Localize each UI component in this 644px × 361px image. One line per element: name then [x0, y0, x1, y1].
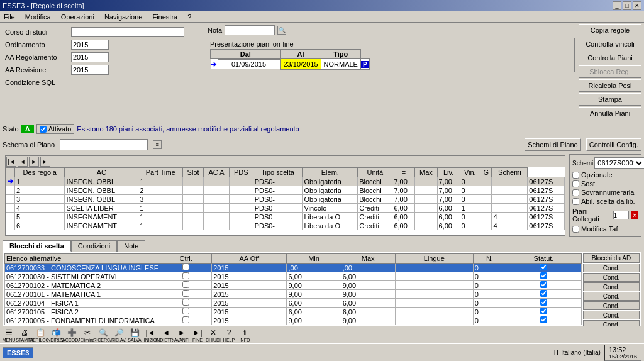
list-item[interactable]: 0612700030 - SISTEMI OPERATIVI 2015 6,00…: [5, 272, 582, 281]
row-elem: Crediti: [358, 204, 392, 213]
schemi-piano-btn[interactable]: Schemi di Piano: [525, 138, 581, 151]
table-row[interactable]: 6 INSEGNAMENT 1 PDS0- Libera da O Credit…: [6, 221, 565, 230]
annulla-piani-btn[interactable]: Annulla Piani: [579, 107, 641, 119]
menu-navigazione[interactable]: Navigazione: [102, 13, 145, 21]
row-elem: Crediti: [358, 213, 392, 221]
tool-accoda[interactable]: ➕ ACCODA: [64, 328, 79, 343]
tool-avanti[interactable]: ► AVANTI: [174, 328, 189, 343]
tool-help[interactable]: ? HELP: [221, 328, 236, 343]
minimize-btn[interactable]: _: [613, 1, 621, 10]
piani-collegati-clear-btn[interactable]: ✕: [631, 211, 639, 219]
tool-ric-av[interactable]: 🔎 RIC.AV.: [111, 328, 126, 343]
abil-scelta-check[interactable]: [572, 198, 579, 205]
schema-icon[interactable]: ≡: [153, 140, 162, 149]
row-ac: 1: [138, 213, 183, 221]
blocchi-min: ,00: [287, 264, 341, 272]
row-aca: [229, 186, 253, 195]
right-buttons: Copia regole Controlla vincoli Controlla…: [579, 24, 641, 119]
nav-first-btn[interactable]: |◄: [6, 157, 16, 167]
cond-button-1[interactable]: Cond.: [583, 273, 640, 282]
list-item[interactable]: 0612700104 - FISICA 1 2015 6,00 6,00 0: [5, 299, 582, 308]
stampa-btn[interactable]: Stampa: [579, 93, 641, 106]
controlli-config-btn[interactable]: Controlli Config.: [586, 138, 641, 151]
blocchi-aa: 2015: [212, 281, 287, 290]
tool-indietro[interactable]: ◄ INDIETRO: [158, 328, 174, 343]
tab-blocchi[interactable]: Blocchi di scelta: [3, 240, 71, 252]
row-parttime: [183, 177, 204, 186]
sost-check[interactable]: [572, 181, 579, 187]
ricalcola-pesi-btn[interactable]: Ricalcola Pesi: [579, 79, 641, 92]
copia-regole-btn[interactable]: Copia regole: [579, 24, 641, 36]
nav-last-btn[interactable]: ►|: [40, 157, 50, 167]
modifica-taf-check[interactable]: [572, 226, 579, 233]
blocchi-min: 6,00: [287, 299, 341, 308]
opzionale-check[interactable]: [572, 172, 579, 179]
col-eq: =: [392, 168, 415, 177]
stato-row: Stato A Attivato Esistono 180 piani asso…: [0, 123, 644, 135]
ordinamento-input[interactable]: [71, 40, 109, 50]
tool-menu[interactable]: ☰ MENU: [1, 328, 16, 343]
tool-fine[interactable]: ►| FINE: [190, 328, 205, 343]
nav-prev-btn[interactable]: ◄: [18, 157, 28, 167]
row-elem: Blocchi: [358, 195, 392, 204]
blocchi-ad-header: Blocchi da AD: [583, 253, 640, 263]
schemi-select[interactable]: 06127S0001: [594, 157, 644, 169]
cond-button-4[interactable]: Cond.: [583, 301, 640, 310]
nota-input[interactable]: [225, 25, 275, 35]
aa-regolamento-input[interactable]: [71, 52, 109, 62]
table-row[interactable]: 3 INSEGN. OBBL 3 PDS0- Obbligatoria Bloc…: [6, 195, 565, 204]
nota-icon[interactable]: 🔍: [277, 26, 286, 35]
sblocca-reg-btn[interactable]: Sblocca Reg.: [579, 65, 641, 78]
corso-studi-input[interactable]: [71, 27, 184, 37]
blocchi-alt: 0612700104 - FISICA 1: [5, 299, 160, 308]
tool-chiudi[interactable]: ✕ CHIUDI: [206, 328, 221, 343]
row-g: 4: [492, 213, 528, 221]
blocchi-aa: 2015: [212, 290, 287, 299]
table-row[interactable]: 2 INSEGN. OBBL 2 PDS0- Obbligatoria Bloc…: [6, 186, 565, 195]
close-btn[interactable]: ✕: [633, 1, 641, 10]
blocchi-ctrl: [160, 308, 212, 316]
list-item[interactable]: 0612700101 - MATEMATICA 1 2015 9,00 9,00…: [5, 290, 582, 299]
sovrannumeraria-check[interactable]: [572, 189, 579, 196]
maximize-btn[interactable]: □: [623, 1, 631, 10]
row-parttime: [183, 213, 204, 221]
piani-collegati-input[interactable]: [613, 211, 629, 219]
cond-button-5[interactable]: Cond.: [583, 311, 640, 319]
tool-indirizzi[interactable]: 📬 INDIRIZZI: [48, 328, 64, 343]
blocchi-n: 0: [473, 272, 506, 281]
menu-help[interactable]: ?: [185, 13, 194, 21]
list-item[interactable]: 0612700102 - MATEMATICA 2 2015 9,00 9,00…: [5, 281, 582, 290]
cond-button-2[interactable]: Cond.: [583, 282, 640, 291]
tool-ricerca[interactable]: 🔍 RICERCA: [96, 328, 111, 343]
attivato-checkbox[interactable]: [40, 126, 47, 133]
menu-operazioni[interactable]: Operazioni: [58, 13, 97, 21]
list-item[interactable]: 0612700105 - FISICA 2 2015 6,00 6,00 0: [5, 308, 582, 316]
tool-info[interactable]: ℹ INFO: [237, 328, 252, 343]
list-item[interactable]: 0612700005 - FONDAMENTI DI INFORMATICA 2…: [5, 316, 582, 325]
menu-file[interactable]: File: [1, 13, 18, 21]
aa-revisione-row: AA Revisione: [5, 64, 201, 75]
table-row[interactable]: 5 INSEGNAMENT 1 PDS0- Libera da O Credit…: [6, 213, 565, 221]
aa-revisione-input[interactable]: [71, 65, 109, 75]
table-row[interactable]: ➔ 1 INSEGN. OBBL 1 PDS0- Obbligatoria Bl…: [6, 177, 565, 186]
cond-button-0[interactable]: Cond.: [583, 264, 640, 272]
controlla-vincoli-btn[interactable]: Controlla vincoli: [579, 38, 641, 50]
menu-bar: File Modifica Operazioni Navigazione Fin…: [0, 11, 644, 23]
menu-modifica[interactable]: Modifica: [23, 13, 53, 21]
controlla-piani-btn[interactable]: Controlla Piani: [579, 52, 641, 64]
schema-piano-input[interactable]: [60, 139, 148, 150]
tab-condizioni[interactable]: Condizioni: [71, 240, 117, 252]
p-button[interactable]: P: [361, 61, 369, 68]
blocchi-statut: [506, 316, 581, 325]
row-elem: Blocchi: [358, 186, 392, 195]
tab-note[interactable]: Note: [117, 240, 145, 252]
table-row[interactable]: 4 SCELTA LIBER 1 PDS0- Vincolo Crediti 6…: [6, 204, 565, 213]
list-item[interactable]: 0612700033 - CONOSCENZA LINGUA INGLESE 2…: [5, 264, 582, 272]
row-aca: [229, 221, 253, 230]
title-bar: ESSE3 - [Regole di scelta] _ □ ✕: [0, 0, 644, 11]
nav-next-btn[interactable]: ►: [29, 157, 39, 167]
tool-salva[interactable]: 💾 SALVA: [127, 328, 142, 343]
menu-finestra[interactable]: Finestra: [150, 13, 180, 21]
blocchi-lingue: [395, 299, 473, 308]
cond-button-3[interactable]: Cond.: [583, 292, 640, 301]
